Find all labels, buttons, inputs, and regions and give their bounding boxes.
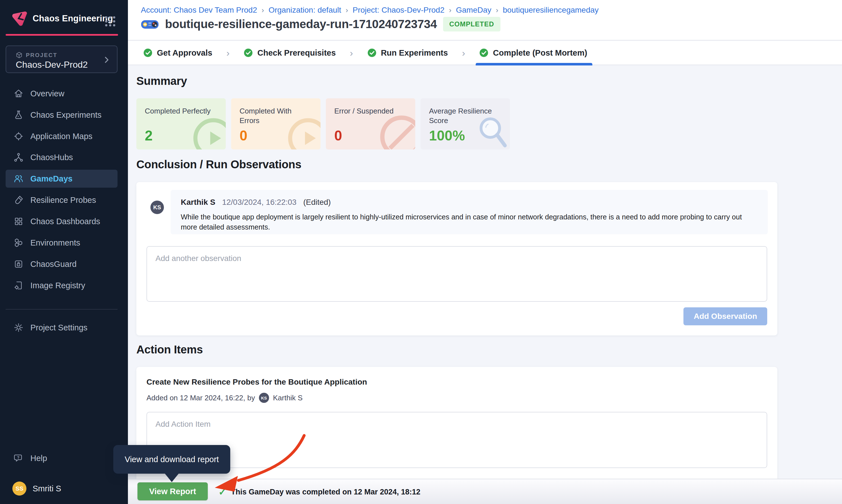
card-value: 2 [145, 128, 153, 144]
check-circle-icon [143, 48, 153, 58]
project-selector[interactable]: PROJECT Chaos-Dev-Prod2 [6, 46, 118, 73]
breadcrumb-organization[interactable]: Organization: default [268, 6, 341, 15]
sidebar-item-chaos-dashboards[interactable]: Chaos Dashboards [6, 213, 118, 230]
sidebar-divider [6, 309, 118, 310]
step-label: Run Experiments [381, 48, 448, 58]
probe-icon [14, 195, 23, 205]
sidebar-item-environments[interactable]: Environments [6, 234, 118, 251]
sidebar-item-image-registry[interactable]: Image Registry [6, 277, 118, 294]
network-icon [14, 152, 23, 162]
step-separator: › [350, 48, 353, 58]
gameday-steps-bar: Get Approvals › Check Prerequisites › Ru… [128, 41, 842, 65]
gamepad-icon [141, 18, 159, 31]
breadcrumb-separator: › [346, 6, 348, 15]
card-completed-with-errors: Completed With Errors 0 [231, 98, 320, 149]
prohibited-icon [378, 113, 415, 149]
sidebar-item-chaosguard[interactable]: ChaosGuard [6, 255, 118, 273]
observations-card: KS Karthik S 12/03/2024, 16:22:03 (Edite… [136, 182, 777, 336]
sidebar-item-resilience-probes[interactable]: Resilience Probes [6, 191, 118, 209]
sidebar-item-label: GameDays [30, 174, 72, 183]
sidebar-item-label: Image Registry [30, 281, 85, 290]
step-separator: › [462, 48, 465, 58]
tooltip-caret [164, 473, 179, 482]
sidebar-item-help[interactable]: ? Help [6, 450, 118, 467]
sidebar-item-label: ChaosGuard [30, 259, 76, 269]
summary-heading: Summary [136, 75, 187, 87]
comment-edited-label: (Edited) [303, 198, 331, 207]
people-icon [14, 174, 23, 184]
sidebar-item-chaoshubs[interactable]: ChaosHubs [6, 149, 118, 166]
check-circle-icon [367, 48, 377, 58]
action-item-meta: Added on 12 Mar 2024, 16:22, by KS Karth… [146, 393, 302, 403]
hexagons-icon [14, 238, 23, 248]
observations-heading: Conclusion / Run Observations [136, 158, 301, 171]
observation-comment: Karthik S 12/03/2024, 16:22:03 (Edited) … [171, 190, 768, 234]
user-menu[interactable]: SS Smriti S [12, 482, 61, 496]
action-author: Karthik S [273, 394, 303, 402]
breadcrumb-separator: › [261, 6, 264, 15]
sidebar-item-chaos-experiments[interactable]: Chaos Experiments [6, 106, 118, 124]
active-step-underline [476, 63, 592, 66]
breadcrumb-gameday[interactable]: GameDay [456, 6, 491, 15]
sidebar-item-gamedays[interactable]: GameDays [6, 170, 118, 188]
add-action-item-input[interactable] [146, 412, 767, 468]
user-name: Smriti S [33, 484, 61, 493]
breadcrumb-separator: › [496, 6, 498, 15]
sidebar-item-label: Help [30, 454, 47, 463]
brand-accent-line [6, 34, 118, 36]
registry-icon [14, 281, 23, 290]
card-label: Average Resilience Score [429, 106, 502, 125]
check-icon: ✓ [218, 486, 227, 498]
breadcrumb-gameday-name[interactable]: boutiqueresiliencegameday [503, 6, 598, 15]
avatar: SS [12, 482, 27, 496]
breadcrumb-separator: › [449, 6, 452, 15]
dashboard-icon [14, 216, 23, 227]
add-observation-button[interactable]: Add Observation [683, 307, 767, 325]
footer-status-text: This GameDay was completed on 12 Mar 202… [231, 488, 421, 497]
cube-icon [16, 52, 22, 58]
card-error-suspended: Error / Suspended 0 [326, 98, 415, 149]
view-report-button[interactable]: View Report [138, 482, 208, 500]
check-circle-icon [244, 48, 253, 58]
sidebar-item-application-maps[interactable]: Application Maps [6, 128, 118, 145]
target-icon [14, 131, 23, 141]
card-label: Completed With Errors [240, 106, 312, 125]
card-label: Error / Suspended [334, 106, 407, 116]
sidebar-item-label: Overview [30, 89, 64, 98]
step-run-experiments[interactable]: Run Experiments [365, 41, 450, 65]
help-chat-icon: ? [14, 453, 23, 463]
page-header: Account: Chaos Dev Team Prod2 › Organiza… [128, 0, 842, 40]
sidebar-item-label: Chaos Dashboards [30, 217, 100, 226]
avatar: KS [151, 201, 164, 214]
step-complete-post-mortem[interactable]: Complete (Post Mortem) [477, 41, 589, 65]
comment-author: Karthik S [181, 198, 215, 207]
sidebar-item-label: Environments [30, 238, 80, 248]
step-get-approvals[interactable]: Get Approvals [141, 41, 214, 65]
card-average-resilience-score: Average Resilience Score 100% [421, 98, 510, 149]
breadcrumb-account[interactable]: Account: Chaos Dev Team Prod2 [141, 6, 257, 15]
card-label: Completed Perfectly [145, 106, 217, 116]
sidebar-item-label: Resilience Probes [30, 196, 96, 205]
check-circle-icon [479, 48, 489, 58]
card-value: 100% [429, 128, 465, 144]
project-name: Chaos-Dev-Prod2 [16, 59, 88, 70]
summary-cards: Completed Perfectly 2 Completed With Err… [136, 98, 510, 149]
step-label: Check Prerequisites [257, 48, 336, 58]
avatar: KS [259, 393, 269, 403]
module-grid-icon[interactable] [103, 14, 118, 29]
lock-icon [14, 259, 23, 269]
add-observation-input[interactable] [146, 246, 767, 302]
card-completed-perfectly: Completed Perfectly 2 [136, 98, 226, 149]
action-item-title: Create New Resilience Probes for the Bou… [146, 378, 367, 386]
step-label: Complete (Post Mortem) [493, 48, 587, 58]
play-circle-icon [191, 116, 226, 149]
step-check-prerequisites[interactable]: Check Prerequisites [241, 41, 338, 65]
view-report-tooltip: View and download report [113, 445, 230, 474]
app-title: Chaos Engineering [33, 14, 113, 23]
sidebar-item-overview[interactable]: Overview [6, 85, 118, 102]
home-icon [14, 89, 23, 98]
breadcrumb-project[interactable]: Project: Chaos-Dev-Prod2 [353, 6, 444, 15]
sidebar-item-project-settings[interactable]: Project Settings [6, 319, 118, 336]
sidebar: Chaos Engineering PROJECT Chaos-Dev-Prod… [0, 0, 128, 504]
card-value: 0 [334, 128, 342, 144]
